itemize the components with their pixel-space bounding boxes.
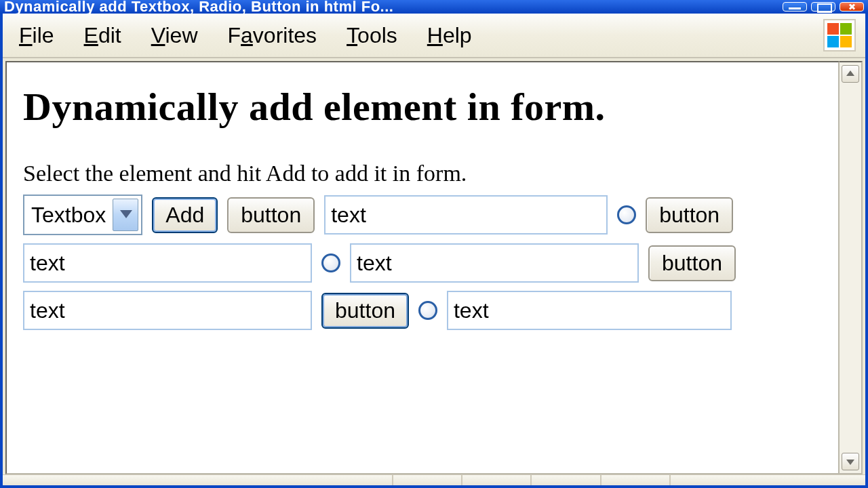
- page-content: Dynamically add element in form. Select …: [5, 61, 840, 474]
- select-value: Textbox: [31, 203, 106, 228]
- titlebar: Dynamically add Textbox, Radio, Button i…: [0, 0, 868, 14]
- menubar: File Edit View Favorites Tools Help: [3, 14, 865, 58]
- window-body: File Edit View Favorites Tools Help Dyna…: [0, 14, 868, 488]
- dynamic-radio[interactable]: [321, 253, 340, 272]
- statusbar: [3, 474, 865, 485]
- content-area: Dynamically add element in form. Select …: [3, 58, 865, 474]
- dynamic-button[interactable]: button: [227, 197, 315, 233]
- dynamic-radio[interactable]: [418, 301, 437, 320]
- dynamic-button[interactable]: button: [321, 293, 409, 329]
- dynamic-textbox[interactable]: [447, 291, 732, 330]
- close-button[interactable]: [840, 2, 864, 12]
- dynamic-textbox[interactable]: [324, 195, 608, 235]
- menu-favorites[interactable]: Favorites: [227, 23, 317, 48]
- element-type-select[interactable]: Textbox: [23, 195, 142, 235]
- menu-tools[interactable]: Tools: [347, 23, 397, 48]
- menu-view[interactable]: View: [151, 23, 198, 48]
- form-flow: Textbox Add button button button button: [23, 195, 755, 330]
- dynamic-textbox[interactable]: [23, 243, 312, 283]
- menu-help[interactable]: Help: [427, 23, 472, 48]
- menu-file[interactable]: File: [19, 23, 54, 48]
- window-controls: [783, 2, 864, 12]
- chevron-down-icon[interactable]: [113, 199, 138, 231]
- menu-edit[interactable]: Edit: [84, 23, 121, 48]
- page-instruction: Select the element and hit Add to add it…: [23, 161, 822, 186]
- page-heading: Dynamically add element in form.: [23, 84, 822, 129]
- dynamic-textbox[interactable]: [350, 243, 639, 283]
- dynamic-radio[interactable]: [617, 205, 636, 224]
- maximize-button[interactable]: [811, 2, 835, 12]
- dynamic-button[interactable]: button: [646, 197, 733, 233]
- scroll-down-icon[interactable]: [842, 453, 859, 470]
- add-button[interactable]: Add: [152, 197, 218, 233]
- windows-logo-icon: [823, 19, 856, 52]
- dynamic-button[interactable]: button: [648, 245, 736, 281]
- minimize-button[interactable]: [783, 2, 807, 12]
- scroll-up-icon[interactable]: [842, 65, 859, 83]
- browser-window: Dynamically add Textbox, Radio, Button i…: [0, 0, 868, 488]
- dynamic-textbox[interactable]: [23, 291, 312, 330]
- vertical-scrollbar[interactable]: [840, 61, 863, 474]
